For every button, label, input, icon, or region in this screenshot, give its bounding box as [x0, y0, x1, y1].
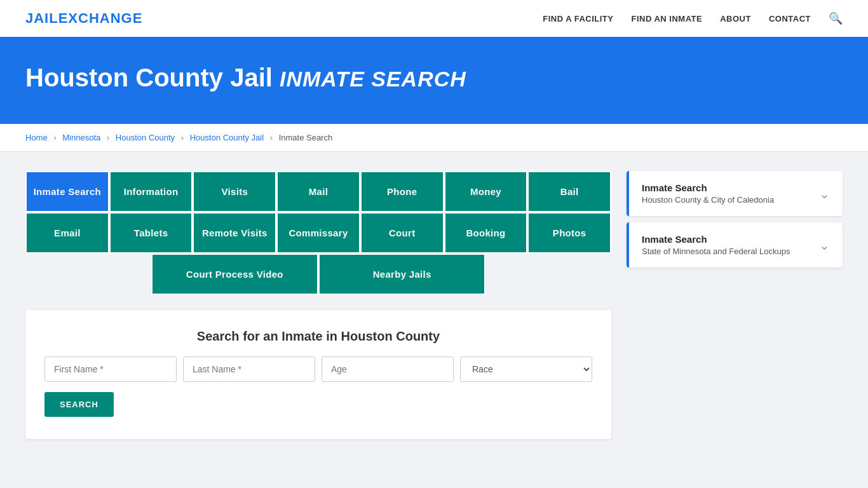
breadcrumb-houston-county[interactable]: Houston County: [116, 133, 175, 142]
button-grid: Inmate Search Information Visits Mail Ph…: [25, 171, 611, 295]
search-icon[interactable]: 🔍: [829, 12, 843, 25]
btn-money[interactable]: Money: [444, 171, 528, 212]
breadcrumb-houston-county-jail[interactable]: Houston County Jail: [190, 133, 264, 142]
btn-information[interactable]: Information: [109, 171, 193, 212]
logo-exchange: EXCHANGE: [58, 10, 143, 26]
right-sidebar: Inmate Search Houston County & City of C…: [627, 171, 843, 274]
sep-2: ›: [107, 133, 109, 142]
search-button[interactable]: SEARCH: [44, 392, 114, 417]
logo-jail: JAIL: [25, 10, 58, 26]
nav-contact[interactable]: CONTACT: [769, 14, 811, 24]
btn-nearby-jails[interactable]: Nearby Jails: [318, 254, 485, 295]
last-name-input[interactable]: [183, 356, 315, 382]
hero-title-italic: INMATE SEARCH: [280, 67, 466, 91]
btn-court-process-video[interactable]: Court Process Video: [151, 254, 318, 295]
btn-visits[interactable]: Visits: [193, 171, 276, 212]
search-form-title: Search for an Inmate in Houston County: [44, 329, 592, 344]
sidebar-card-houston-inner: Inmate Search Houston County & City of C…: [627, 171, 843, 216]
sidebar-card-minnesota-text: Inmate Search State of Minnesota and Fed…: [642, 234, 790, 256]
hero-title-main: Houston County Jail: [25, 64, 273, 92]
btn-photos[interactable]: Photos: [527, 212, 611, 254]
btn-row-2: Email Tablets Remote Visits Commissary C…: [25, 212, 611, 254]
nav-about[interactable]: ABOUT: [720, 14, 751, 24]
sidebar-card-houston-sub: Houston County & City of Caledonia: [642, 195, 774, 205]
sep-4: ›: [270, 133, 273, 142]
sidebar-card-minnesota[interactable]: Inmate Search State of Minnesota and Fed…: [627, 222, 843, 268]
chevron-down-icon-2: ⌄: [819, 238, 830, 253]
navbar: JAILEXCHANGE FIND A FACILITY FIND AN INM…: [0, 0, 868, 38]
btn-court[interactable]: Court: [360, 212, 444, 254]
btn-email[interactable]: Email: [25, 212, 109, 254]
first-name-input[interactable]: [44, 356, 177, 382]
search-form-box: Search for an Inmate in Houston County R…: [25, 310, 611, 439]
btn-phone[interactable]: Phone: [360, 171, 444, 212]
sidebar-card-houston[interactable]: Inmate Search Houston County & City of C…: [627, 171, 843, 216]
logo[interactable]: JAILEXCHANGE: [25, 10, 142, 27]
btn-inmate-search[interactable]: Inmate Search: [25, 171, 109, 212]
sep-3: ›: [181, 133, 184, 142]
form-row-names: Race White Black Hispanic Asian Native A…: [44, 356, 592, 382]
btn-remote-visits[interactable]: Remote Visits: [193, 212, 276, 254]
breadcrumb-home[interactable]: Home: [25, 133, 48, 142]
chevron-down-icon: ⌄: [819, 186, 830, 201]
sidebar-card-houston-text: Inmate Search Houston County & City of C…: [642, 182, 774, 205]
sidebar-card-minnesota-sub: State of Minnesota and Federal Lockups: [642, 247, 790, 256]
page-title: Houston County Jail INMATE SEARCH: [25, 64, 843, 92]
btn-row-3: Court Process Video Nearby Jails: [25, 254, 611, 295]
btn-booking[interactable]: Booking: [444, 212, 528, 254]
breadcrumb: Home › Minnesota › Houston County › Hous…: [0, 124, 868, 152]
nav-find-facility[interactable]: FIND A FACILITY: [543, 14, 613, 24]
btn-row-1: Inmate Search Information Visits Mail Ph…: [25, 171, 611, 212]
breadcrumb-minnesota[interactable]: Minnesota: [62, 133, 100, 142]
sidebar-card-minnesota-inner: Inmate Search State of Minnesota and Fed…: [627, 222, 843, 268]
btn-tablets[interactable]: Tablets: [109, 212, 193, 254]
btn-commissary[interactable]: Commissary: [276, 212, 360, 254]
sidebar-card-houston-title: Inmate Search: [642, 182, 774, 193]
nav-find-inmate[interactable]: FIND AN INMATE: [631, 14, 702, 24]
race-select[interactable]: Race White Black Hispanic Asian Native A…: [460, 356, 592, 382]
age-input[interactable]: [322, 356, 454, 382]
sidebar-card-minnesota-title: Inmate Search: [642, 234, 790, 245]
nav-links: FIND A FACILITY FIND AN INMATE ABOUT CON…: [543, 11, 843, 25]
btn-bail[interactable]: Bail: [527, 171, 611, 212]
main-content: Inmate Search Information Visits Mail Ph…: [0, 152, 868, 458]
sep-1: ›: [53, 133, 56, 142]
btn-mail[interactable]: Mail: [276, 171, 360, 212]
breadcrumb-current: Inmate Search: [279, 133, 333, 142]
hero-section: Houston County Jail INMATE SEARCH: [0, 38, 868, 124]
left-panel: Inmate Search Information Visits Mail Ph…: [25, 171, 611, 439]
